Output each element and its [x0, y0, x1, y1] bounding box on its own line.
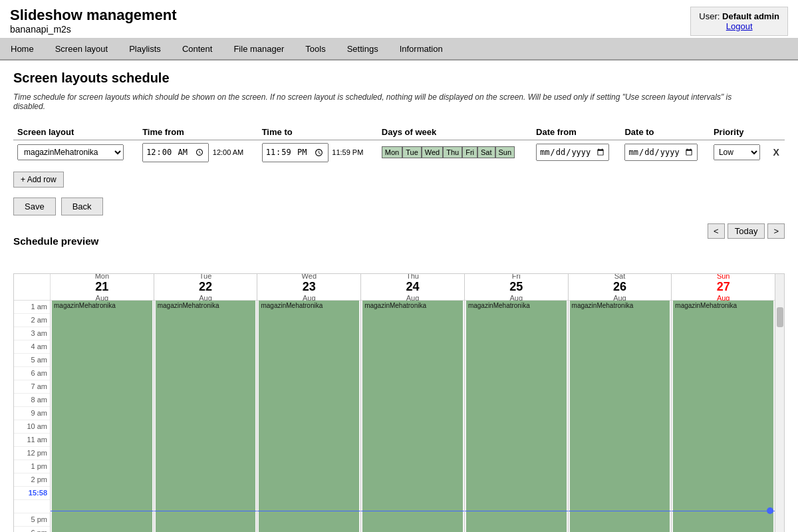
current-time-line-5 [569, 511, 672, 511]
day-sun-btn[interactable]: Sun [495, 146, 515, 158]
day-name-2: Wed [302, 274, 317, 280]
day-col-fri: Fri 25 AugmagazinMehatronika [465, 274, 569, 532]
nav-home[interactable]: Home [0, 39, 45, 59]
time-to-cell: 11:59 PM [258, 140, 378, 165]
nav-information[interactable]: Information [389, 39, 454, 59]
time-4pm [14, 500, 50, 513]
day-num-3: 24 [406, 280, 420, 294]
delete-row-button[interactable]: X [773, 147, 779, 158]
table-row: magazinMehatronika 12:00 AM 11:59 PM Mon… [13, 140, 785, 165]
event-block-2: magazinMehatronika [259, 301, 359, 532]
current-time-line-1 [154, 511, 257, 511]
day-col-wed: Wed 23 AugmagazinMehatronika [257, 274, 361, 532]
time-10am: 10 am [14, 420, 50, 434]
day-body-6: magazinMehatronika [672, 301, 775, 532]
col-date-from: Date from [532, 124, 620, 140]
time-3pm: 15:58 [14, 487, 50, 500]
screen-layout-select[interactable]: magazinMehatronika [17, 144, 124, 160]
current-time-line-0 [51, 511, 154, 511]
day-name-4: Fri [512, 274, 521, 280]
day-mon-btn[interactable]: Mon [382, 146, 402, 158]
nav-settings[interactable]: Settings [336, 39, 389, 59]
current-time-line-4 [465, 511, 568, 511]
date-from-cell [532, 140, 620, 165]
save-button[interactable]: Save [13, 198, 56, 215]
day-thu-btn[interactable]: Thu [443, 146, 462, 158]
day-name-0: Mon [95, 274, 109, 280]
day-name-6: Sun [717, 274, 730, 280]
event-block-4: magazinMehatronika [466, 301, 567, 532]
time-from-cell: 12:00 AM [138, 140, 258, 165]
day-name-1: Tue [200, 274, 212, 280]
next-button[interactable]: > [767, 223, 785, 239]
schedule-table: Screen layout Time from Time to Days of … [13, 124, 785, 165]
date-to-input[interactable] [624, 144, 698, 161]
priority-cell: Low Medium High [710, 140, 769, 165]
time-to-display: 11:59 PM [332, 148, 363, 156]
logout-link[interactable]: Logout [699, 21, 779, 31]
day-col-sun: Sun 27 AugmagazinMehatronika [672, 274, 775, 532]
day-body-0: magazinMehatronika [51, 301, 154, 532]
day-body-4: magazinMehatronika [465, 301, 568, 532]
col-screen-layout: Screen layout [13, 124, 138, 140]
day-col-thu: Thu 24 AugmagazinMehatronika [361, 274, 465, 532]
event-block-3: magazinMehatronika [362, 301, 463, 532]
nav-content[interactable]: Content [172, 39, 223, 59]
day-tue-btn[interactable]: Tue [402, 146, 422, 158]
action-buttons: Save Back [13, 198, 785, 215]
day-num-2: 23 [303, 280, 316, 294]
today-button[interactable]: Today [728, 223, 765, 239]
scrollbar[interactable] [775, 274, 784, 532]
time-6pm: 6 pm [14, 527, 50, 532]
time-11am: 11 am [14, 434, 50, 447]
user-label: User: Default admin [699, 11, 779, 21]
col-delete [769, 124, 785, 140]
col-date-to: Date to [620, 124, 709, 140]
nav-playlists[interactable]: Playlists [118, 39, 172, 59]
day-header-3: Thu 24 Aug [361, 274, 464, 301]
priority-select[interactable]: Low Medium High [714, 144, 760, 160]
time-9am: 9 am [14, 407, 50, 420]
current-time-dot [767, 507, 773, 514]
day-header-2: Wed 23 Aug [257, 274, 360, 301]
date-to-cell [620, 140, 709, 165]
col-time-to: Time to [258, 124, 378, 140]
day-sat-btn[interactable]: Sat [477, 146, 495, 158]
day-num-5: 26 [613, 280, 626, 294]
current-time-line-3 [361, 511, 464, 511]
time-8am: 8 am [14, 394, 50, 407]
nav-file-manager[interactable]: File manager [223, 39, 295, 59]
time-1am: 1 am [14, 301, 50, 314]
day-fri-btn[interactable]: Fri [462, 146, 477, 158]
time-12pm: 12 pm [14, 447, 50, 460]
day-body-1: magazinMehatronika [154, 301, 257, 532]
app-title: Slideshow management [10, 7, 788, 24]
day-header-1: Tue 22 Aug [154, 274, 257, 301]
time-2pm: 2 pm [14, 473, 50, 487]
prev-button[interactable]: < [708, 223, 725, 239]
day-body-3: magazinMehatronika [361, 301, 464, 532]
date-from-input[interactable] [536, 144, 609, 161]
time-5am: 5 am [14, 354, 50, 367]
day-num-1: 22 [199, 280, 212, 294]
time-from-input[interactable] [142, 143, 209, 162]
back-button[interactable]: Back [61, 198, 103, 215]
scroll-thumb[interactable] [777, 307, 783, 327]
day-num-4: 25 [509, 280, 523, 294]
day-wed-btn[interactable]: Wed [422, 146, 443, 158]
day-header-0: Mon 21 Aug [51, 274, 154, 301]
nav-screen-layout[interactable]: Screen layout [45, 39, 119, 59]
day-header-6: Sun 27 Aug [672, 274, 775, 301]
time-1pm: 1 pm [14, 460, 50, 473]
nav-tools[interactable]: Tools [295, 39, 336, 59]
page-title: Screen layouts schedule [13, 70, 785, 86]
time-to-input[interactable] [262, 143, 329, 162]
add-row-button[interactable]: + Add row [13, 172, 64, 188]
app-subtitle: bananapi_m2s [10, 24, 788, 35]
event-block-5: magazinMehatronika [570, 301, 670, 532]
user-name: Default admin [722, 11, 779, 21]
time-2am: 2 am [14, 314, 50, 327]
calendar-container: 1 am 2 am 3 am 4 am 5 am 6 am 7 am 8 am … [13, 273, 785, 532]
day-columns: Mon 21 AugmagazinMehatronikaTue 22 Augma… [51, 274, 775, 532]
time-7am: 7 am [14, 380, 50, 394]
